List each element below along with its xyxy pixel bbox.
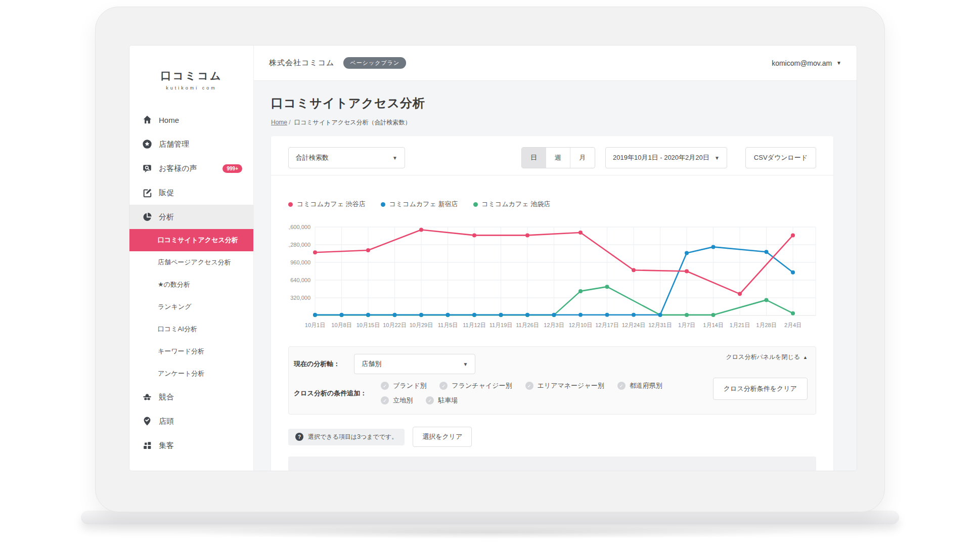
sidebar-item-label: 競合 [159,392,174,402]
svg-text:11月12日: 11月12日 [463,322,486,328]
condition-checkboxes: ✓ ブランド別 ✓ フランチャイジー別 ✓ エリ [381,381,662,405]
sidebar-item-label: 分析 [159,212,174,222]
chevron-down-icon: ▼ [392,155,397,161]
check-circle-icon: ✓ [426,396,434,404]
svg-text:1,280,000: 1,280,000 [288,242,310,248]
submenu-ranking[interactable]: ランキング [129,296,253,318]
legend-item-ikebukuro: コミコムカフェ 池袋店 [473,200,551,209]
sidebar-item-analysis[interactable]: 分析 [129,205,253,229]
submenu-store-page-access[interactable]: 店舗ページアクセス分析 [129,251,253,274]
clear-selection-button[interactable]: 選択をクリア [413,427,472,447]
topbar: 株式会社コミコム ベーシックプラン komicom@mov.am ▼ [254,46,857,81]
conditions-label: クロス分析の条件追加： [294,389,367,398]
sidebar-item-customer-voice[interactable]: お客様の声 999+ [129,156,253,180]
checkbox-label: 駐車場 [438,396,458,405]
page-content: 口コミサイトアクセス分析 Home / 口コミサイトアクセス分析（合計検索数） … [254,81,857,471]
checkbox-area-manager[interactable]: ✓ エリアマネージャー別 [525,381,604,390]
svg-text:960,000: 960,000 [290,259,310,265]
logo-title: 口コミコム [129,69,253,83]
period-month-button[interactable]: 月 [570,148,595,168]
svg-text:320,000: 320,000 [290,295,310,301]
svg-text:1月21日: 1月21日 [730,322,750,328]
logo-subtitle: kutikomi com [129,85,253,90]
sidebar-item-competitor[interactable]: 競合 [129,385,253,409]
period-day-button[interactable]: 日 [522,148,546,168]
analysis-card: 合計検索数 ▼ 日 週 月 2019年10月1日 - 2020年2月20日 ▼ [271,136,833,471]
checkbox-label: ブランド別 [393,381,426,390]
close-cross-panel-link[interactable]: クロス分析パネルを閉じる ▲ [726,353,808,361]
account-menu[interactable]: komicom@mov.am ▼ [772,59,841,67]
svg-text:12月24日: 12月24日 [622,322,645,328]
axis-select-value: 店舗別 [362,359,381,369]
breadcrumb-home-link[interactable]: Home [271,119,287,126]
sidebar-item-label: 店舗管理 [159,140,189,149]
sidebar-item-attract-customers[interactable]: 集客 [129,433,253,458]
sidebar-menu: Home 店舗管理 お客様の声 999+ [129,108,253,458]
checkbox-label: フランチャイジー別 [452,381,512,390]
submenu-star-count[interactable]: ★の数分析 [129,274,253,296]
submenu-review-site-access[interactable]: 口コミサイトアクセス分析 [129,229,253,251]
checkbox-prefecture[interactable]: ✓ 都道府県別 [617,381,662,390]
metric-select[interactable]: 合計検索数 ▼ [288,147,405,168]
breadcrumb-current: 口コミサイトアクセス分析（合計検索数） [294,119,411,126]
submenu-keyword[interactable]: キーワード分析 [129,340,253,362]
app-screen: 口コミコム kutikomi com Home 店舗管理 [129,45,857,471]
account-email: komicom@mov.am [772,59,832,67]
condition-row-2: ✓ 立地別 ✓ 駐車場 [381,396,662,405]
legend-label: コミコムカフェ 新宿店 [389,200,458,209]
breadcrumb-separator: / [289,119,290,126]
check-circle-icon: ✓ [617,382,626,390]
submenu-item-label: 店舗ページアクセス分析 [158,258,231,267]
sidebar-item-store-management[interactable]: 店舗管理 [129,132,253,156]
submenu-review-ai[interactable]: 口コミAI分析 [129,318,253,340]
sidebar-item-promotion[interactable]: 販促 [129,180,253,205]
store-icon [142,139,153,150]
sidebar-item-home[interactable]: Home [129,108,253,132]
svg-text:1月7日: 1月7日 [678,322,695,328]
chevron-down-icon: ▼ [836,60,841,66]
checkbox-parking[interactable]: ✓ 駐車場 [426,396,458,405]
date-range-picker[interactable]: 2019年10月1日 - 2020年2月20日 ▼ [605,147,727,168]
submenu-item-label: ランキング [158,302,192,311]
checkbox-label: 都道府県別 [630,381,662,390]
csv-download-button[interactable]: CSVダウンロード [745,147,816,168]
selection-hint-text: 選択できる項目は3つまでです。 [308,433,397,441]
check-circle-icon: ✓ [381,382,389,390]
sidebar-item-label: 店頭 [159,417,174,426]
checkbox-franchisee[interactable]: ✓ フランチャイジー別 [439,381,512,390]
submenu-item-label: 口コミAI分析 [158,325,197,334]
axis-label: 現在の分析軸： [294,359,340,369]
submenu-item-label: ★の数分析 [158,280,190,289]
laptop-frame: 口コミコム kutikomi com Home 店舗管理 [95,7,885,512]
svg-text:12月10日: 12月10日 [569,322,592,328]
submenu-item-label: アンケート分析 [158,369,204,378]
svg-text:640,000: 640,000 [290,277,310,283]
svg-text:2月4日: 2月4日 [784,322,801,328]
clear-cross-analysis-button[interactable]: クロス分析条件をクリア [713,378,808,400]
submenu-item-label: 口コミサイトアクセス分析 [158,236,238,245]
edit-icon [142,187,153,198]
legend-item-shibuya: コミコムカフェ 渋谷店 [288,200,366,209]
location-pin-icon [142,416,153,427]
period-week-button[interactable]: 週 [546,148,570,168]
checkbox-label: エリアマネージャー別 [538,381,604,390]
cross-analysis-panel: クロス分析パネルを閉じる ▲ 現在の分析軸： 店舗別 ▼ クロス分析の条件追加： [288,346,816,415]
laptop-base [81,511,899,524]
checkbox-brand[interactable]: ✓ ブランド別 [381,381,426,390]
review-search-icon [142,163,153,174]
competitor-icon [142,391,153,402]
period-toggle: 日 週 月 [521,147,595,168]
grid-icon [142,440,153,451]
legend-label: コミコムカフェ 池袋店 [482,200,551,209]
legend-dot-blue [381,202,385,207]
chevron-down-icon: ▼ [715,155,720,161]
checkbox-location-type[interactable]: ✓ 立地別 [381,396,413,405]
submenu-survey[interactable]: アンケート分析 [129,362,253,385]
pie-chart-icon [142,211,153,222]
selection-hint: ? 選択できる項目は3つまでです。 [288,429,405,445]
laptop-shadow [167,526,813,539]
home-icon [142,114,153,125]
plan-badge: ベーシックプラン [343,57,406,69]
sidebar-item-storefront[interactable]: 店頭 [129,409,253,433]
axis-select[interactable]: 店舗別 ▼ [354,354,475,374]
